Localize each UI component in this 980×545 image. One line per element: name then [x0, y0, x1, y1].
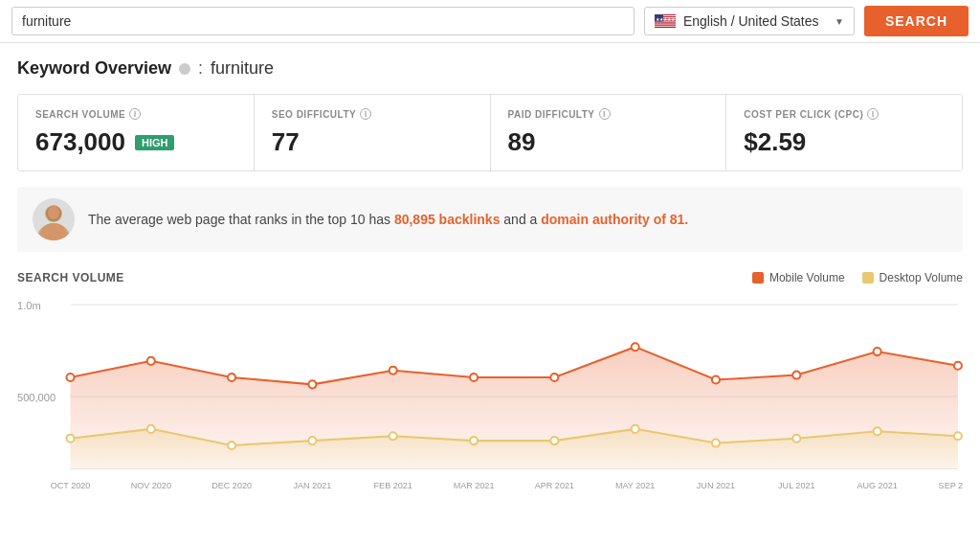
mobile-dot-3 [308, 380, 316, 388]
main-content: Keyword Overview : furniture SEARCH VOLU… [0, 43, 980, 518]
chevron-down-icon: ▼ [835, 16, 844, 27]
legend-desktop: Desktop Volume [862, 271, 963, 284]
desktop-dot-8 [712, 440, 720, 447]
metric-value-0: 673,000 HIGH [35, 127, 236, 157]
metric-card-0: SEARCH VOLUME i 673,000 HIGH [18, 95, 255, 170]
desktop-dot-5 [470, 437, 478, 444]
mobile-dot-9 [792, 372, 800, 379]
x-label-5: MAR 2021 [454, 481, 495, 490]
page-title: Keyword Overview [17, 58, 171, 79]
info-icon-3: i [867, 108, 879, 120]
metric-value-1: 77 [272, 127, 473, 157]
title-dot-icon [179, 63, 190, 75]
desktop-dot-3 [308, 437, 316, 444]
mobile-dot-4 [390, 367, 397, 375]
x-label-0: OCT 2020 [51, 481, 91, 490]
svg-rect-11 [655, 26, 676, 27]
svg-rect-8 [655, 23, 676, 24]
mobile-dot-5 [470, 374, 478, 381]
search-input-wrap[interactable] [11, 7, 635, 35]
svg-text:1.0m: 1.0m [17, 300, 41, 311]
svg-point-18 [48, 206, 59, 219]
x-label-7: MAY 2021 [615, 481, 655, 490]
locale-select[interactable]: ★★★★★★ English / United States ▼ [644, 7, 855, 35]
x-label-4: FEB 2021 [374, 481, 412, 490]
svg-text:★★★★★★: ★★★★★★ [655, 16, 676, 22]
x-label-9: JUL 2021 [778, 481, 814, 490]
svg-rect-12 [655, 27, 676, 28]
mobile-dot-11 [954, 362, 962, 370]
search-input[interactable] [22, 13, 624, 29]
avatar [33, 198, 75, 240]
metric-label-3: COST PER CLICK (CPC) i [744, 108, 945, 120]
mobile-legend-dot [752, 272, 764, 284]
chart-section: SEARCH VOLUME Mobile Volume Desktop Volu… [17, 271, 963, 503]
x-label-10: AUG 2021 [857, 481, 897, 490]
info-icon-0: i [129, 108, 141, 120]
header: ★★★★★★ English / United States ▼ SEARCH [0, 0, 980, 43]
chart-legend: Mobile Volume Desktop Volume [752, 271, 963, 284]
mobile-dot-1 [147, 357, 155, 365]
metric-label-1: SEO DIFFICULTY i [272, 108, 473, 120]
flag-icon: ★★★★★★ [655, 14, 676, 28]
insight-bar: The average web page that ranks in the t… [17, 187, 963, 252]
insight-text: The average web page that ranks in the t… [88, 212, 688, 227]
svg-text:500,000: 500,000 [17, 392, 56, 403]
chart-svg: 1.0m 500,000 [17, 290, 963, 503]
info-icon-2: i [599, 108, 611, 120]
metric-cards: SEARCH VOLUME i 673,000 HIGH SEO DIFFICU… [17, 94, 963, 171]
chart-header: SEARCH VOLUME Mobile Volume Desktop Volu… [17, 271, 963, 284]
chart-wrap: 1.0m 500,000 [17, 290, 963, 503]
mobile-dot-6 [550, 374, 558, 381]
insight-authority: domain authority of 81. [541, 212, 688, 227]
x-label-11: SEP 2021 [939, 481, 963, 490]
mobile-dot-10 [874, 348, 881, 355]
chart-title: SEARCH VOLUME [17, 271, 124, 284]
desktop-dot-1 [147, 425, 155, 433]
desktop-legend-label: Desktop Volume [880, 271, 963, 284]
badge-high: HIGH [135, 135, 175, 150]
svg-rect-10 [655, 25, 676, 26]
mobile-dot-0 [66, 374, 74, 381]
insight-backlinks: 80,895 backlinks [394, 212, 501, 227]
mobile-legend-label: Mobile Volume [769, 271, 845, 284]
desktop-dot-10 [874, 427, 881, 435]
metric-card-3: COST PER CLICK (CPC) i $2.59 [726, 95, 962, 170]
metric-label-2: PAID DIFFICULTY i [508, 108, 709, 120]
svg-point-19 [40, 223, 67, 240]
locale-text: English / United States [683, 13, 827, 29]
desktop-dot-11 [954, 432, 962, 440]
search-button[interactable]: SEARCH [864, 6, 969, 36]
svg-rect-7 [655, 21, 676, 22]
x-label-6: APR 2021 [535, 481, 574, 490]
legend-mobile: Mobile Volume [752, 271, 845, 284]
title-colon: : [198, 58, 203, 79]
mobile-dot-2 [228, 374, 235, 381]
x-label-3: JAN 2021 [294, 481, 332, 490]
mobile-dot-8 [712, 375, 720, 383]
info-icon-1: i [360, 108, 371, 120]
metric-value-3: $2.59 [744, 127, 945, 157]
insight-text-before: The average web page that ranks in the t… [88, 212, 394, 227]
desktop-dot-2 [228, 442, 235, 449]
metric-label-0: SEARCH VOLUME i [35, 108, 236, 120]
metric-card-1: SEO DIFFICULTY i 77 [255, 95, 491, 170]
keyword-label: furniture [211, 58, 274, 79]
keyword-overview-header: Keyword Overview : furniture [17, 58, 963, 79]
desktop-dot-6 [550, 437, 558, 444]
x-label-2: DEC 2020 [212, 481, 252, 490]
desktop-dot-9 [792, 435, 800, 443]
desktop-dot-0 [66, 435, 74, 443]
svg-rect-9 [655, 24, 676, 25]
desktop-legend-dot [862, 272, 874, 284]
metric-value-2: 89 [508, 127, 709, 157]
desktop-dot-4 [390, 432, 397, 440]
insight-text-middle: and a [500, 212, 541, 227]
metric-card-2: PAID DIFFICULTY i 89 [491, 95, 727, 170]
x-label-1: NOV 2020 [131, 481, 171, 490]
x-label-8: JUN 2021 [697, 481, 735, 490]
mobile-dot-7 [632, 343, 639, 351]
desktop-dot-7 [632, 425, 639, 433]
